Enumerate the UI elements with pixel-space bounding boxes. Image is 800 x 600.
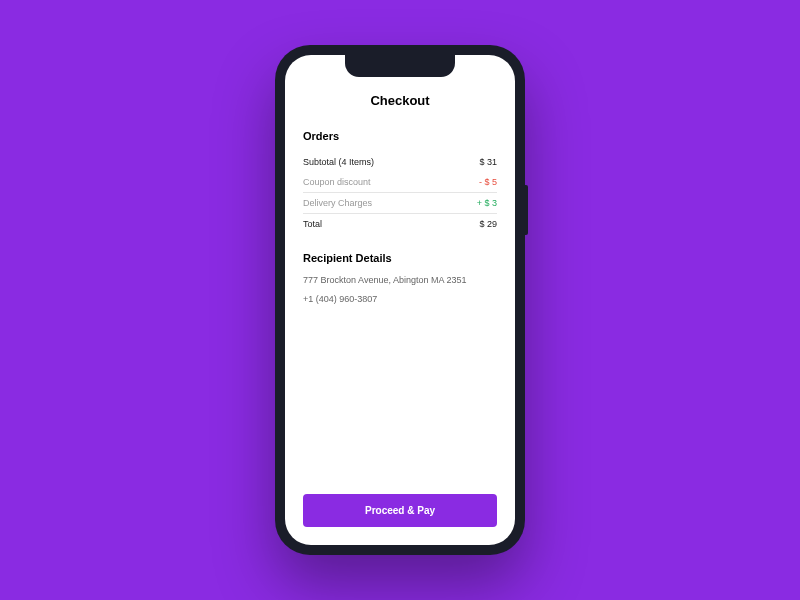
phone-frame: Checkout Orders Subtotal (4 Items) $ 31 …: [275, 45, 525, 555]
spacer: [303, 311, 497, 494]
order-value: $ 29: [479, 219, 497, 229]
checkout-content: Checkout Orders Subtotal (4 Items) $ 31 …: [285, 55, 515, 545]
proceed-pay-button[interactable]: Proceed & Pay: [303, 494, 497, 527]
orders-section: Orders Subtotal (4 Items) $ 31 Coupon di…: [303, 130, 497, 234]
order-value: $ 31: [479, 157, 497, 167]
order-label: Total: [303, 219, 322, 229]
order-value: + $ 3: [477, 198, 497, 208]
order-row-coupon: Coupon discount - $ 5: [303, 172, 497, 193]
orders-section-title: Orders: [303, 130, 497, 142]
order-label: Subtotal (4 Items): [303, 157, 374, 167]
phone-screen: Checkout Orders Subtotal (4 Items) $ 31 …: [285, 55, 515, 545]
order-label: Delivery Charges: [303, 198, 372, 208]
recipient-section-title: Recipient Details: [303, 252, 497, 264]
order-label: Coupon discount: [303, 177, 371, 187]
order-row-total: Total $ 29: [303, 214, 497, 234]
recipient-section: Recipient Details 777 Brockton Avenue, A…: [303, 252, 497, 311]
order-row-delivery: Delivery Charges + $ 3: [303, 193, 497, 214]
phone-notch: [345, 55, 455, 77]
order-row-subtotal: Subtotal (4 Items) $ 31: [303, 152, 497, 172]
order-value: - $ 5: [479, 177, 497, 187]
recipient-phone: +1 (404) 960-3807: [303, 293, 497, 306]
recipient-address: 777 Brockton Avenue, Abington MA 2351: [303, 274, 497, 287]
phone-side-button: [525, 185, 528, 235]
page-title: Checkout: [303, 93, 497, 108]
